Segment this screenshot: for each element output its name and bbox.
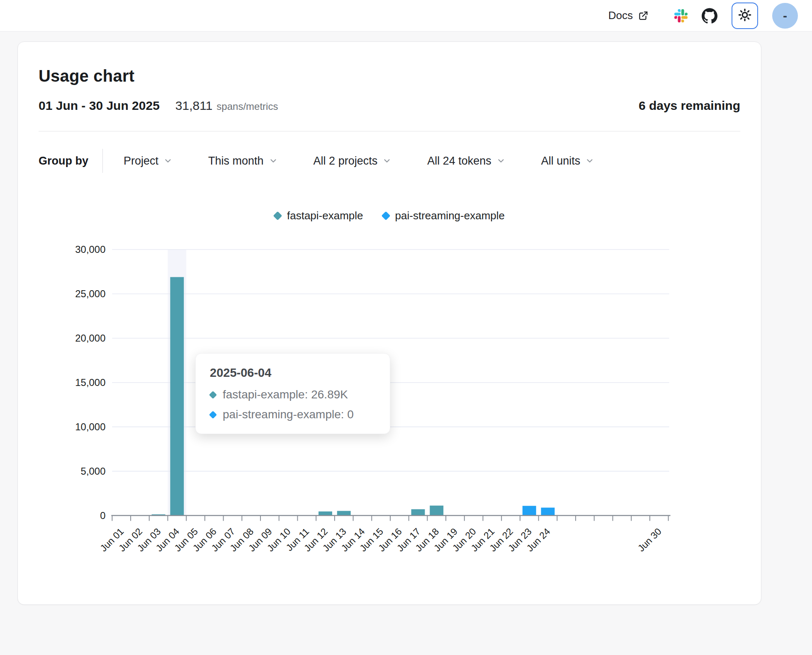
docs-label: Docs	[608, 9, 633, 22]
svg-text:0: 0	[100, 510, 105, 521]
filter-row: Group by Project This month All 2 projec…	[39, 149, 740, 173]
svg-text:25,000: 25,000	[75, 288, 105, 299]
vertical-divider	[102, 149, 103, 173]
date-range: 01 Jun - 30 Jun 2025	[39, 99, 160, 113]
tokens-select-value: All 24 tokens	[427, 155, 491, 167]
external-link-icon	[638, 10, 649, 21]
svg-text:Jun 30: Jun 30	[636, 526, 664, 554]
period-select-value: This month	[208, 155, 264, 167]
legend-item[interactable]: fastapi-example	[274, 209, 363, 222]
days-remaining: 6 days remaining	[639, 99, 740, 113]
slack-icon[interactable]	[674, 9, 688, 22]
chart-area: 05,00010,00015,00020,00025,00030,000Jun …	[39, 229, 740, 580]
legend-item[interactable]: pai-streaming-example	[382, 209, 505, 222]
topbar: Docs	[0, 0, 812, 32]
chart-tooltip: 2025-06-04 fastapi-example: 26.89Kpai-st…	[195, 353, 390, 434]
total-count: 31,811	[175, 99, 213, 113]
tooltip-diamond-icon	[209, 391, 217, 398]
legend-label: pai-streaming-example	[395, 209, 505, 222]
group-by-select-value: Project	[124, 155, 158, 167]
page-title: Usage chart	[39, 67, 740, 85]
divider	[39, 131, 740, 131]
legend-label: fastapi-example	[287, 209, 363, 222]
legend-diamond-icon	[381, 211, 390, 221]
tooltip-row: pai-streaming-example: 0	[210, 408, 376, 421]
units-select[interactable]: All units	[541, 155, 595, 167]
tooltip-row-label: fastapi-example: 26.89K	[223, 388, 348, 401]
usage-card: Usage chart 01 Jun - 30 Jun 2025 31,811 …	[17, 41, 761, 605]
tooltip-row: fastapi-example: 26.89K	[210, 388, 376, 401]
chevron-down-icon	[163, 156, 173, 165]
chevron-down-icon	[496, 156, 506, 165]
svg-text:15,000: 15,000	[75, 377, 105, 388]
usage-summary-row: 01 Jun - 30 Jun 2025 31,811 spans/metric…	[39, 99, 740, 113]
chevron-down-icon	[382, 156, 391, 165]
units-select-value: All units	[541, 155, 581, 167]
svg-text:20,000: 20,000	[75, 332, 105, 344]
svg-text:30,000: 30,000	[75, 244, 105, 255]
tooltip-row-label: pai-streaming-example: 0	[223, 408, 354, 421]
group-by-label: Group by	[39, 155, 88, 167]
svg-text:5,000: 5,000	[81, 466, 106, 477]
svg-text:10,000: 10,000	[75, 421, 105, 432]
sun-icon	[738, 8, 752, 23]
github-icon[interactable]	[702, 8, 717, 24]
projects-select[interactable]: All 2 projects	[314, 155, 392, 167]
projects-select-value: All 2 projects	[314, 155, 378, 167]
chevron-down-icon	[269, 156, 278, 165]
theme-toggle-button[interactable]	[732, 2, 758, 29]
tooltip-rows: fastapi-example: 26.89Kpai-streaming-exa…	[210, 388, 376, 421]
tooltip-date: 2025-06-04	[210, 366, 376, 380]
tokens-select[interactable]: All 24 tokens	[427, 155, 506, 167]
period-select[interactable]: This month	[208, 155, 278, 167]
group-by-select[interactable]: Project	[124, 155, 173, 167]
chart-legend: fastapi-examplepai-streaming-example	[39, 209, 740, 222]
legend-diamond-icon	[273, 211, 282, 221]
avatar[interactable]: -	[772, 3, 798, 29]
chevron-down-icon	[585, 156, 594, 165]
tooltip-diamond-icon	[209, 410, 217, 418]
docs-link[interactable]: Docs	[608, 9, 649, 22]
total-unit: spans/metrics	[216, 101, 278, 112]
